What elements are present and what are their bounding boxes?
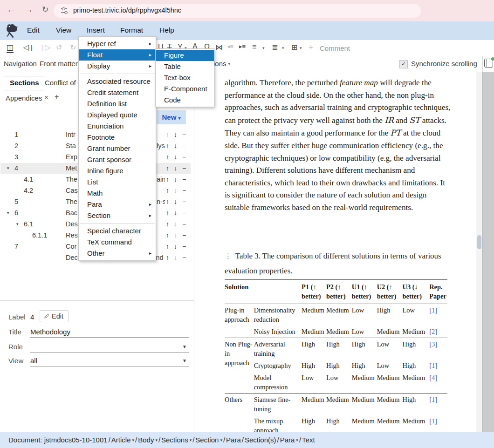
breadcrumb-segment[interactable]: Section▾ xyxy=(195,436,222,444)
insert-menu-item-grant-sponsor[interactable]: Grant sponsor xyxy=(79,154,156,165)
menu-format[interactable]: Format xyxy=(120,26,143,34)
breadcrumb-segment[interactable]: Para xyxy=(226,436,241,444)
move-down-button[interactable]: ↓ xyxy=(174,153,177,161)
indent-icon[interactable]: ▸≡ xyxy=(239,43,246,50)
move-down-button[interactable]: ↓ xyxy=(174,220,177,228)
numbered-list-caret-icon[interactable]: ▾ xyxy=(282,46,284,50)
reference-link[interactable]: [1] xyxy=(429,362,437,369)
remove-button[interactable]: − xyxy=(182,176,186,183)
add-tab-icon[interactable]: + xyxy=(55,93,59,101)
numbered-list-icon[interactable]: ≣ xyxy=(272,43,278,52)
move-up-button[interactable]: ↑ xyxy=(166,209,169,217)
move-up-button[interactable]: ↑ xyxy=(166,220,169,228)
tab-sections[interactable]: Sections xyxy=(4,76,45,90)
insert-menu-item-math[interactable]: Math xyxy=(79,188,156,199)
expand-caret-icon[interactable]: ▾ xyxy=(7,166,9,170)
insert-menu-item-grant-number[interactable]: Grant number xyxy=(79,143,156,154)
move-down-button[interactable]: ↓ xyxy=(174,209,177,217)
remove-button[interactable]: − xyxy=(182,209,186,217)
move-up-button[interactable]: ↑ xyxy=(166,176,169,183)
move-up-button[interactable]: ↑ xyxy=(166,142,169,149)
move-down-button[interactable]: ↓ xyxy=(174,198,177,205)
insert-menu-item-footnote[interactable]: Footnote xyxy=(79,132,156,143)
insert-menu-item-credit-statement[interactable]: Credit statement xyxy=(79,87,156,98)
insert-menu-item-para[interactable]: Para▸ xyxy=(79,199,156,210)
insert-menu-item-list[interactable]: List xyxy=(79,176,156,188)
site-settings-icon[interactable] xyxy=(61,7,68,14)
insert-menu-item-inline-figure[interactable]: Inline figure xyxy=(79,165,156,176)
menu-insert[interactable]: Insert xyxy=(87,26,105,34)
table-icon[interactable]: ⊞ xyxy=(291,43,297,52)
insert-menu-item-float[interactable]: Float▸ xyxy=(79,49,156,61)
move-down-button[interactable]: ↓ xyxy=(174,164,177,172)
insert-menu-item-enunciation[interactable]: Enunciation xyxy=(79,121,156,132)
move-up-button[interactable]: ↑ xyxy=(166,153,169,161)
remove-button[interactable]: − xyxy=(182,131,186,138)
bullet-list-icon[interactable]: ≡ xyxy=(252,43,256,51)
reference-link[interactable]: [1] xyxy=(429,306,437,314)
title-input[interactable]: Methodology xyxy=(30,328,70,336)
float-submenu-item-e-component[interactable]: E-Component xyxy=(156,83,214,95)
reload-icon[interactable]: ↻ xyxy=(42,5,48,14)
jump-previous-icon[interactable]: ◁❘ xyxy=(23,43,34,52)
insert-menu-item-displayed-quote[interactable]: Displayed quote xyxy=(79,109,156,121)
cross-reference-icon[interactable]: ⋈ xyxy=(215,43,223,52)
insert-menu-item-special-character[interactable]: Special character xyxy=(79,225,156,237)
insert-menu-item-section[interactable]: Section▸ xyxy=(79,210,156,221)
expand-caret-icon[interactable]: ▾ xyxy=(7,210,9,215)
breadcrumb-segment[interactable]: jstmdocs05-10-1001 xyxy=(44,436,108,444)
remove-button[interactable]: − xyxy=(182,243,186,250)
insert-menu-item-definition-list[interactable]: Definition list xyxy=(79,98,156,109)
new-section-button[interactable]: New ▾ xyxy=(157,110,186,124)
reference-link[interactable]: [3] xyxy=(429,340,437,348)
remove-button[interactable]: − xyxy=(182,231,186,239)
back-icon[interactable]: ← xyxy=(7,5,15,15)
remove-button[interactable]: − xyxy=(182,254,186,261)
remove-button[interactable]: − xyxy=(182,198,186,205)
move-up-button[interactable]: ↑ xyxy=(166,131,169,138)
reference-link[interactable]: [2] xyxy=(429,328,437,335)
collapsed-right-panel[interactable] xyxy=(482,72,494,432)
pane-view-dropdown[interactable]: ions▾ xyxy=(213,60,230,68)
move-down-button[interactable]: ↓ xyxy=(174,176,177,183)
reference-link[interactable]: [1] xyxy=(429,417,437,425)
reference-link[interactable]: [1] xyxy=(429,396,437,403)
remove-button[interactable]: − xyxy=(182,220,186,228)
close-tab-icon[interactable]: × xyxy=(44,93,48,101)
jump-next-icon[interactable]: ❘▷ xyxy=(40,43,50,52)
float-submenu-item-code[interactable]: Code xyxy=(156,95,214,106)
tab-navigation[interactable]: Navigation xyxy=(4,60,37,68)
float-submenu-item-figure[interactable]: Figure xyxy=(156,50,214,61)
float-submenu-item-text-box[interactable]: Text-box xyxy=(156,72,214,83)
tab-appendices[interactable]: Appendices xyxy=(6,94,42,102)
synchronize-scrolling-checkbox[interactable]: ✓ xyxy=(399,60,408,68)
chevron-down-icon[interactable]: ▼ xyxy=(182,358,187,363)
move-up-button[interactable]: ↑ xyxy=(166,254,169,261)
insert-menu-item-tex-command[interactable]: TeX command xyxy=(79,237,156,248)
two-pane-toggle-icon[interactable]: ◫ xyxy=(7,43,14,53)
view-select[interactable]: all xyxy=(30,357,37,365)
comparison-table[interactable]: SolutionP1 (↑ better)P2 (↑ better)U1 (↑ … xyxy=(225,279,447,432)
move-down-button[interactable]: ↓ xyxy=(174,243,177,250)
breadcrumb-segment[interactable]: Sections▾ xyxy=(161,436,192,444)
document-paragraph[interactable]: algorithm. Therefore, the perturbed feat… xyxy=(225,77,458,214)
document-scrollbar[interactable] xyxy=(476,72,482,432)
remove-button[interactable]: − xyxy=(182,187,186,194)
redo-icon[interactable]: ↻ xyxy=(70,43,76,52)
menu-help[interactable]: Help xyxy=(159,26,174,34)
insert-menu-item-display[interactable]: Display▸ xyxy=(79,61,156,72)
move-up-button[interactable]: ↑ xyxy=(166,243,169,250)
remove-button[interactable]: − xyxy=(182,153,186,161)
reference-link[interactable]: [4] xyxy=(429,374,437,381)
breadcrumb-segment[interactable]: Body▾ xyxy=(138,436,158,444)
expand-caret-icon[interactable]: ▾ xyxy=(16,222,19,226)
menu-edit[interactable]: Edit xyxy=(27,26,40,34)
breadcrumb-segment[interactable]: Para▾ xyxy=(280,436,298,444)
remove-button[interactable]: − xyxy=(182,164,186,172)
move-down-button[interactable]: ↓ xyxy=(174,231,177,239)
move-up-button[interactable]: ↑ xyxy=(166,187,169,194)
forward-icon[interactable]: → xyxy=(24,5,33,15)
chevron-down-icon[interactable]: ▼ xyxy=(182,344,187,349)
tab-conflict-of-interest[interactable]: Conflict of interest xyxy=(45,79,78,87)
outdent-icon[interactable]: ◂≡ xyxy=(227,43,233,50)
